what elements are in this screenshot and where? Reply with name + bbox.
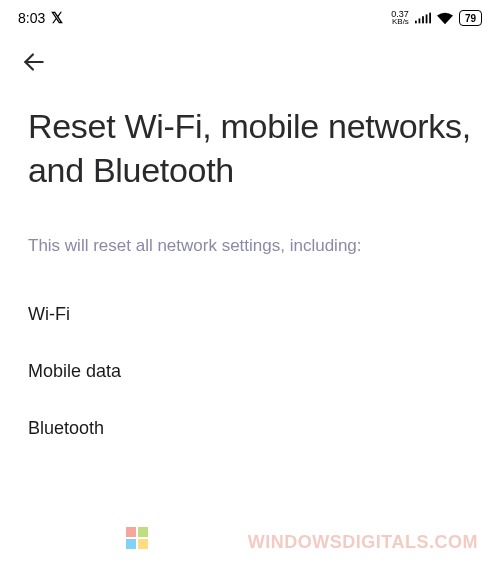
wifi-icon bbox=[437, 12, 453, 25]
watermark-text: WindowsDigitals.com bbox=[248, 532, 478, 553]
page-title: Reset Wi-Fi, mobile networks, and Blueto… bbox=[28, 104, 472, 192]
status-left: 8:03 𝕏 bbox=[18, 9, 62, 27]
cellular-signal-icon bbox=[415, 12, 431, 24]
svg-rect-2 bbox=[422, 16, 424, 23]
status-bar: 8:03 𝕏 0.37 KB/s 79 bbox=[0, 0, 500, 32]
battery-indicator: 79 bbox=[459, 10, 482, 26]
watermark-logo bbox=[126, 527, 176, 555]
page-description: This will reset all network settings, in… bbox=[28, 236, 472, 256]
list-item: Bluetooth bbox=[28, 400, 472, 457]
app-indicator-icon: 𝕏 bbox=[51, 9, 62, 27]
list-item: Wi-Fi bbox=[28, 286, 472, 343]
status-right: 0.37 KB/s 79 bbox=[391, 10, 482, 26]
reset-items-list: Wi-Fi Mobile data Bluetooth bbox=[28, 286, 472, 457]
svg-rect-4 bbox=[429, 13, 431, 24]
list-item: Mobile data bbox=[28, 343, 472, 400]
navbar bbox=[0, 32, 500, 92]
data-speed-indicator: 0.37 KB/s bbox=[391, 10, 409, 26]
back-button[interactable] bbox=[18, 46, 50, 78]
svg-rect-3 bbox=[426, 14, 428, 23]
svg-rect-0 bbox=[415, 21, 417, 24]
svg-rect-1 bbox=[418, 18, 420, 23]
arrow-left-icon bbox=[21, 49, 47, 75]
status-time: 8:03 bbox=[18, 10, 45, 26]
content-area: Reset Wi-Fi, mobile networks, and Blueto… bbox=[0, 92, 500, 457]
